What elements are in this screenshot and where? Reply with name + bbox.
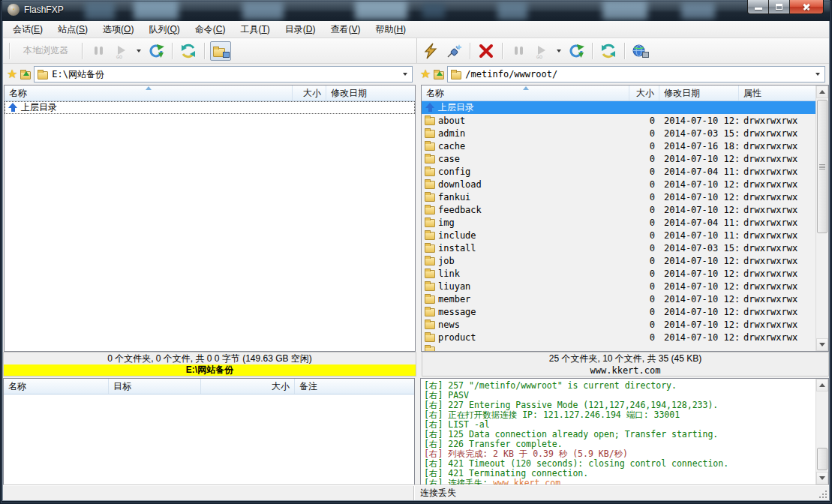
log-text: [右] 257 "/metinfo/wwwroot" is current di… bbox=[424, 380, 677, 391]
up-directory-row[interactable]: 上层目录 bbox=[422, 101, 815, 114]
remote-start-button[interactable] bbox=[531, 41, 552, 61]
favorites-star-icon[interactable]: ★ bbox=[7, 68, 17, 80]
titlebar[interactable]: FlashFXP bbox=[2, 0, 830, 21]
up-directory-row[interactable]: 上层目录 bbox=[5, 101, 415, 114]
menu-item-O[interactable]: 选项(O) bbox=[96, 21, 140, 38]
scroll-up-button[interactable] bbox=[816, 86, 828, 98]
folder-view-toggle[interactable] bbox=[210, 41, 231, 61]
scrollbar-thumb[interactable] bbox=[817, 100, 827, 233]
row-size-cell: 0 bbox=[629, 140, 659, 152]
column-header-name[interactable]: 名称 bbox=[4, 379, 109, 394]
parent-folder-icon[interactable] bbox=[20, 71, 31, 80]
refresh-button[interactable] bbox=[178, 41, 199, 61]
scroll-down-button[interactable] bbox=[816, 472, 828, 484]
menu-item-C[interactable]: 命令(C) bbox=[188, 21, 233, 38]
start-queue-dropdown[interactable] bbox=[134, 41, 143, 61]
pane-splitter[interactable] bbox=[416, 85, 421, 352]
table-row[interactable]: about02014-07-10 12:47drwxrwxrwx bbox=[422, 114, 815, 127]
menu-item-Q[interactable]: 队列(Q) bbox=[142, 21, 186, 38]
table-row[interactable]: fankui02014-07-10 12:47drwxrwxrwx bbox=[422, 190, 815, 203]
pane-splitter[interactable] bbox=[415, 378, 420, 485]
table-row[interactable]: cache02014-07-16 18:03drwxrwxrwx bbox=[422, 140, 815, 152]
maximize-button[interactable] bbox=[769, 0, 790, 14]
table-row[interactable]: download02014-07-10 12:47drwxrwxrwx bbox=[422, 178, 815, 190]
column-header-target[interactable]: 目标 bbox=[109, 379, 201, 394]
remote-transfer-button[interactable] bbox=[566, 41, 587, 61]
column-header-date[interactable]: 修改日期 bbox=[326, 86, 415, 100]
remote-refresh-button[interactable] bbox=[598, 41, 619, 61]
local-path-dropdown[interactable] bbox=[399, 68, 410, 81]
file-name: fankui bbox=[438, 192, 470, 202]
titlebar-glass-blob bbox=[242, 2, 284, 20]
disconnect-button[interactable] bbox=[476, 41, 497, 61]
table-row[interactable]: liuyan02014-07-10 12:47drwxrwxrwx bbox=[422, 280, 815, 292]
column-header-name[interactable]: 名称 bbox=[422, 86, 629, 100]
file-name: config bbox=[438, 166, 470, 177]
close-button[interactable] bbox=[790, 0, 824, 14]
table-row[interactable]: include02014-07-10 11:17drwxrwxrwx bbox=[422, 229, 815, 242]
remote-start-dropdown[interactable] bbox=[554, 41, 563, 61]
remote-path-combobox[interactable]: /metinfo/wwwroot/ bbox=[447, 66, 825, 82]
log-text: [右] 421 Timeout (120 seconds): closing c… bbox=[424, 458, 728, 469]
scroll-up-button[interactable] bbox=[816, 379, 828, 392]
scroll-down-button[interactable] bbox=[816, 338, 828, 351]
table-row[interactable]: news02014-07-10 12:47drwxrwxrwx bbox=[422, 318, 815, 331]
column-header-size[interactable]: 大小 bbox=[629, 86, 659, 100]
menu-item-T[interactable]: 工具(T) bbox=[233, 21, 276, 38]
column-label: 备注 bbox=[299, 380, 317, 393]
menu-item-E[interactable]: 会话(E) bbox=[6, 21, 50, 38]
start-queue-button[interactable] bbox=[111, 41, 132, 61]
column-header-note[interactable]: 备注 bbox=[295, 379, 414, 394]
row-attr-cell: drwxrwxrwx bbox=[739, 292, 815, 305]
column-header-size[interactable]: 大小 bbox=[293, 86, 326, 100]
table-row[interactable]: config02014-07-04 11:16drwxrwxrwx bbox=[422, 165, 815, 178]
column-header-name[interactable]: 名称 bbox=[5, 86, 293, 100]
table-row[interactable]: img02014-07-04 11:15drwxrwxrwx bbox=[422, 216, 815, 229]
toolbar-row: 本地浏览器 bbox=[3, 38, 829, 64]
minimize-button[interactable] bbox=[747, 0, 769, 14]
column-header-attr[interactable]: 属性 bbox=[739, 86, 815, 100]
menu-item-D[interactable]: 目录(D) bbox=[278, 21, 323, 38]
remote-pause-button[interactable] bbox=[508, 41, 529, 61]
table-row[interactable]: case02014-07-10 12:47drwxrwxrwx bbox=[422, 152, 815, 165]
row-date-cell: 2014-07-10 12:47 bbox=[659, 254, 739, 267]
connect-button[interactable] bbox=[443, 41, 464, 61]
quick-connect-button[interactable] bbox=[420, 41, 441, 61]
favorites-star-icon[interactable]: ★ bbox=[420, 68, 431, 80]
site-browser-button[interactable] bbox=[630, 41, 651, 61]
parent-folder-icon[interactable] bbox=[434, 71, 444, 80]
resize-grip[interactable] bbox=[818, 490, 827, 499]
table-row[interactable]: install02014-07-03 15:55drwxrwxrwx bbox=[422, 242, 815, 254]
table-row[interactable]: feedback02014-07-10 12:47drwxrwxrwx bbox=[422, 203, 815, 216]
menu-item-H[interactable]: 帮助(H) bbox=[368, 21, 413, 38]
table-row[interactable]: job02014-07-10 12:47drwxrwxrwx bbox=[422, 254, 815, 267]
table-row[interactable]: product02014-07-10 12:47drwxrwxrwx bbox=[422, 331, 815, 344]
table-row[interactable]: link02014-07-10 12:47drwxrwxrwx bbox=[422, 267, 815, 280]
local-path-combobox[interactable]: E:\网站备份 bbox=[34, 66, 413, 82]
titlebar-glass-blob bbox=[85, 2, 115, 20]
row-size-cell: 0 bbox=[629, 190, 659, 203]
local-path-banner: E:\网站备份 bbox=[3, 364, 416, 376]
column-header-date[interactable]: 修改日期 bbox=[659, 86, 739, 100]
table-row[interactable]: member02014-07-10 12:47drwxrwxrwx bbox=[422, 292, 815, 305]
titlebar-glass-blob bbox=[602, 0, 647, 20]
pause-queue-button[interactable] bbox=[88, 41, 109, 61]
log-scrollbar[interactable] bbox=[815, 379, 828, 484]
row-date-cell: 2014-07-10 12:47 bbox=[659, 114, 739, 127]
menu-item-V[interactable]: 查看(V) bbox=[323, 21, 367, 38]
scrollbar-thumb[interactable] bbox=[817, 448, 827, 470]
scrollbar-track[interactable] bbox=[816, 392, 828, 472]
table-row[interactable]: admin02014-07-03 15:55drwxrwxrwx bbox=[422, 127, 815, 140]
local-browser-button[interactable]: 本地浏览器 bbox=[15, 41, 77, 61]
folder-icon bbox=[425, 117, 435, 125]
transfer-button[interactable] bbox=[146, 41, 167, 61]
remote-path-dropdown[interactable] bbox=[812, 68, 823, 81]
column-header-size[interactable]: 大小 bbox=[201, 379, 295, 394]
remote-list-scrollbar[interactable] bbox=[815, 86, 828, 351]
scrollbar-track[interactable] bbox=[816, 98, 828, 338]
column-label: 名称 bbox=[8, 380, 26, 393]
table-row[interactable]: message02014-07-10 12:47drwxrwxrwx bbox=[422, 305, 815, 318]
column-label: 属性 bbox=[743, 87, 761, 100]
menu-item-S[interactable]: 站点(S) bbox=[51, 21, 95, 38]
row-size-cell: 0 bbox=[629, 331, 659, 344]
